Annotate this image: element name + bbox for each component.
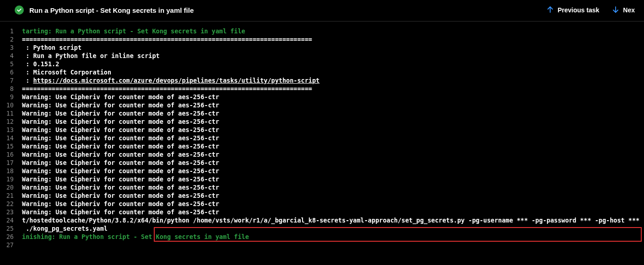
line-content: ./kong_pg_secrets.yaml	[22, 224, 644, 233]
line-content: Warning: Use Cipheriv for counter mode o…	[22, 142, 644, 150]
log-line: 19Warning: Use Cipheriv for counter mode…	[0, 175, 644, 183]
line-content: Warning: Use Cipheriv for counter mode o…	[22, 150, 644, 159]
line-number: 13	[0, 126, 22, 134]
log-line: 5 : 0.151.2	[0, 60, 644, 68]
log-line: 18Warning: Use Cipheriv for counter mode…	[0, 167, 644, 175]
log-output[interactable]: 1tarting: Run a Python script - Set Kong…	[0, 21, 644, 249]
line-content: Warning: Use Cipheriv for counter mode o…	[22, 191, 644, 200]
log-line: 1tarting: Run a Python script - Set Kong…	[0, 27, 644, 35]
arrow-down-icon	[612, 6, 619, 15]
previous-task-label: Previous task	[557, 6, 599, 14]
line-content: : 0.151.2	[22, 60, 644, 68]
next-task-label: Nex	[623, 6, 635, 14]
log-line: 20Warning: Use Cipheriv for counter mode…	[0, 183, 644, 191]
line-content: inishing: Run a Python script - Set Kong…	[22, 233, 644, 241]
doc-link[interactable]: https://docs.microsoft.com/azure/devops/…	[33, 77, 319, 84]
line-number: 6	[0, 68, 22, 76]
line-content: tarting: Run a Python script - Set Kong …	[22, 27, 644, 35]
log-line: 25 ./kong_pg_secrets.yaml	[0, 224, 644, 233]
success-check-icon	[15, 5, 24, 15]
log-line: 2=======================================…	[0, 35, 644, 43]
task-title: Run a Python script - Set Kong secrets i…	[29, 6, 194, 14]
line-content: : Microsoft Corporation	[22, 68, 644, 76]
header-right: Previous task Nex	[547, 6, 635, 15]
line-number: 27	[0, 241, 22, 249]
log-line: 10Warning: Use Cipheriv for counter mode…	[0, 101, 644, 109]
log-line: 7 : https://docs.microsoft.com/azure/dev…	[0, 76, 644, 85]
line-number: 16	[0, 150, 22, 159]
log-line: 3 : Python script	[0, 43, 644, 52]
line-number: 4	[0, 52, 22, 60]
line-content: Warning: Use Cipheriv for counter mode o…	[22, 134, 644, 142]
log-line: 27	[0, 241, 644, 249]
log-line: 24t/hostedtoolcache/Python/3.8.2/x64/bin…	[0, 216, 644, 224]
line-number: 17	[0, 159, 22, 167]
line-number: 23	[0, 208, 22, 216]
line-number: 14	[0, 134, 22, 142]
log-line: 23Warning: Use Cipheriv for counter mode…	[0, 208, 644, 216]
log-line: 11Warning: Use Cipheriv for counter mode…	[0, 109, 644, 117]
line-number: 9	[0, 93, 22, 101]
line-number: 21	[0, 191, 22, 200]
line-content: t/hostedtoolcache/Python/3.8.2/x64/bin/p…	[22, 216, 644, 224]
line-number: 2	[0, 35, 22, 43]
line-number: 22	[0, 200, 22, 208]
log-line: 14Warning: Use Cipheriv for counter mode…	[0, 134, 644, 142]
line-content	[22, 241, 644, 249]
line-content: : Run a Python file or inline script	[22, 52, 644, 60]
log-line: 12Warning: Use Cipheriv for counter mode…	[0, 117, 644, 126]
log-line: 26inishing: Run a Python script - Set Ko…	[0, 233, 644, 241]
line-content: Warning: Use Cipheriv for counter mode o…	[22, 117, 644, 126]
previous-task-link[interactable]: Previous task	[547, 6, 599, 15]
line-content: ========================================…	[22, 85, 644, 93]
next-task-link[interactable]: Nex	[612, 6, 635, 15]
line-number: 26	[0, 233, 22, 241]
log-line: 15Warning: Use Cipheriv for counter mode…	[0, 142, 644, 150]
log-line: 8=======================================…	[0, 85, 644, 93]
line-number: 10	[0, 101, 22, 109]
line-number: 8	[0, 85, 22, 93]
log-line: 9Warning: Use Cipheriv for counter mode …	[0, 93, 644, 101]
line-number: 18	[0, 167, 22, 175]
header-left: Run a Python script - Set Kong secrets i…	[15, 5, 194, 15]
line-number: 7	[0, 76, 22, 85]
line-number: 11	[0, 109, 22, 117]
line-number: 15	[0, 142, 22, 150]
log-line: 17Warning: Use Cipheriv for counter mode…	[0, 159, 644, 167]
line-number: 24	[0, 216, 22, 224]
line-content: Warning: Use Cipheriv for counter mode o…	[22, 208, 644, 216]
arrow-up-icon	[547, 6, 554, 15]
task-header: Run a Python script - Set Kong secrets i…	[0, 0, 644, 21]
log-line: 21Warning: Use Cipheriv for counter mode…	[0, 191, 644, 200]
log-line: 22Warning: Use Cipheriv for counter mode…	[0, 200, 644, 208]
line-content: Warning: Use Cipheriv for counter mode o…	[22, 109, 644, 117]
log-line: 6 : Microsoft Corporation	[0, 68, 644, 76]
line-content: Warning: Use Cipheriv for counter mode o…	[22, 93, 644, 101]
line-content: Warning: Use Cipheriv for counter mode o…	[22, 101, 644, 109]
line-number: 5	[0, 60, 22, 68]
line-number: 3	[0, 43, 22, 52]
line-number: 25	[0, 224, 22, 233]
line-content: Warning: Use Cipheriv for counter mode o…	[22, 167, 644, 175]
line-content: : https://docs.microsoft.com/azure/devop…	[22, 76, 644, 85]
line-content: Warning: Use Cipheriv for counter mode o…	[22, 159, 644, 167]
line-number: 12	[0, 117, 22, 126]
line-content: ========================================…	[22, 35, 644, 43]
line-number: 20	[0, 183, 22, 191]
log-line: 13Warning: Use Cipheriv for counter mode…	[0, 126, 644, 134]
line-content: Warning: Use Cipheriv for counter mode o…	[22, 200, 644, 208]
log-line: 16Warning: Use Cipheriv for counter mode…	[0, 150, 644, 159]
line-content: Warning: Use Cipheriv for counter mode o…	[22, 183, 644, 191]
line-number: 1	[0, 27, 22, 35]
line-content: : Python script	[22, 43, 644, 52]
line-content: Warning: Use Cipheriv for counter mode o…	[22, 126, 644, 134]
line-content: Warning: Use Cipheriv for counter mode o…	[22, 175, 644, 183]
log-line: 4 : Run a Python file or inline script	[0, 52, 644, 60]
line-number: 19	[0, 175, 22, 183]
